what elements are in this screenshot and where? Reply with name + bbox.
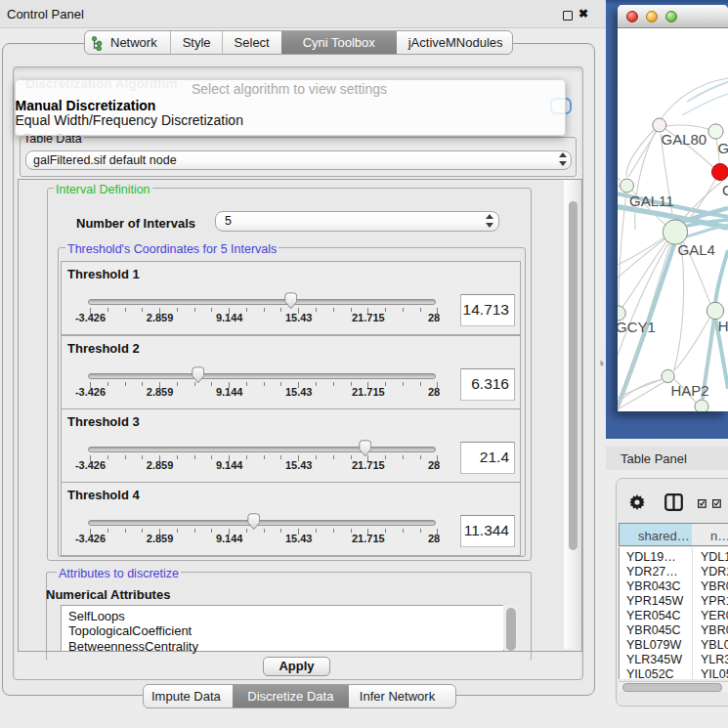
svg-text:GAL80: GAL80 <box>662 131 707 148</box>
svg-text:GAL11: GAL11 <box>629 193 674 209</box>
svg-text:GA: GA <box>718 140 728 156</box>
svg-text:HAP2: HAP2 <box>671 382 709 399</box>
svg-text:GAL4: GAL4 <box>678 241 715 258</box>
svg-text:GCY1: GCY1 <box>618 319 656 335</box>
svg-text:CB: CB <box>722 182 728 198</box>
svg-text:HA: HA <box>718 318 728 334</box>
